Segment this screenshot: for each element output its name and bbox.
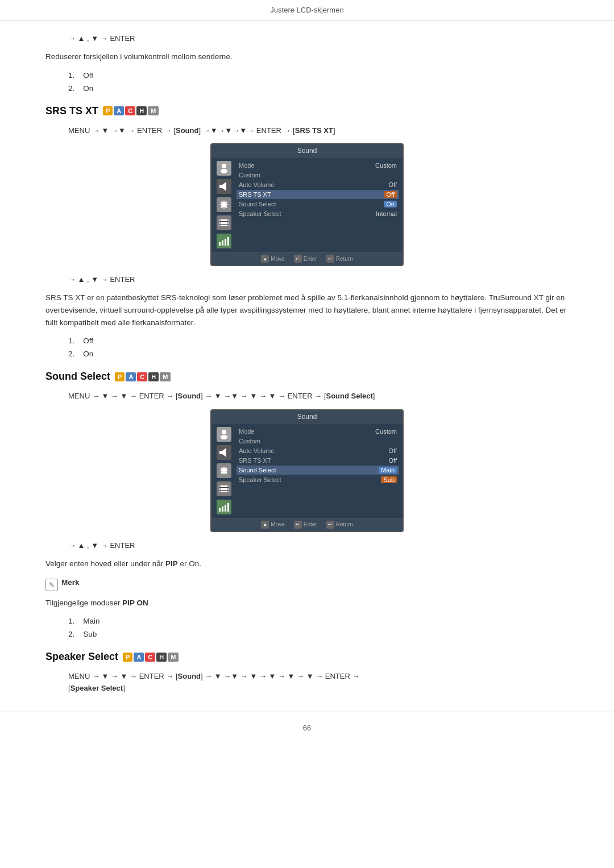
merk-box: ✎ Merk — [45, 578, 569, 591]
page-footer: 66 — [0, 712, 614, 738]
svg-rect-25 — [222, 506, 223, 512]
sound-select-tv-screen: Sound — [210, 409, 404, 532]
merk-note: Tilgjengelige moduser PIP ON — [45, 597, 569, 609]
speaker-select-heading: Speaker Select P A C H M — [45, 651, 569, 663]
merk-note-prefix: Tilgjengelige moduser — [45, 599, 122, 607]
merk-note-bold: PIP ON — [122, 599, 148, 607]
ss-option-1-number: 1. — [68, 617, 74, 625]
top-option-2-number: 2. — [68, 84, 74, 93]
svg-rect-11 — [222, 240, 223, 246]
move-btn-icon: ▲ — [261, 255, 269, 263]
srs-heading: SRS TS XT P A C H M — [45, 105, 569, 117]
srs-row-soundselect: Sound Select On — [237, 200, 399, 209]
svg-point-0 — [222, 164, 226, 168]
badge-h: H — [136, 106, 147, 115]
srs-row-speakerselect: Speaker Select Internal — [237, 209, 399, 218]
page-header: Justere LCD-skjermen — [0, 0, 614, 20]
ss-enter-btn-icon: ↵ — [294, 521, 302, 529]
ss-icons-col — [215, 427, 233, 514]
srs-value-srs: Off — [384, 191, 397, 198]
srs-value-mode: Custom — [375, 162, 397, 169]
ss-label-mode: Mode — [239, 428, 255, 435]
ss-badge-p: P — [115, 372, 125, 381]
header-title: Justere LCD-skjermen — [270, 6, 343, 14]
speaker-icon — [217, 179, 231, 194]
ss-value-autovolume: Off — [389, 447, 397, 454]
ss-row-custom: Custom — [237, 437, 399, 446]
ss-row-soundselect: Sound Select Main — [237, 466, 399, 475]
sound-select-badge-group: P A C H M — [115, 372, 171, 381]
content-area: → ▲ , ▼ → ENTER Reduserer forskjellen i … — [0, 34, 614, 695]
srs-value-speakerselect: Internal — [376, 210, 397, 217]
ss-value-mode: Custom — [375, 428, 397, 435]
ss-signal-icon — [217, 500, 231, 514]
speaker-select-menu-path: MENU → ▼ → ▼ → ENTER → [Sound] → ▼ →▼ → … — [68, 671, 569, 695]
srs-badge-group: P A C H M — [103, 106, 159, 115]
svg-rect-10 — [219, 242, 221, 246]
ss-pip-bold: PIP — [165, 559, 178, 568]
speaker-select-badge-group: P A C H M — [123, 653, 179, 662]
svg-rect-13 — [227, 237, 229, 246]
ss-row-speakerselect: Speaker Select Sub — [237, 475, 399, 484]
srs-screen-footer: ▲ Move ↵ Enter ↩ Return — [211, 252, 403, 265]
top-option-1-number: 1. — [68, 71, 74, 80]
svg-rect-24 — [219, 508, 221, 512]
srs-description: SRS TS XT er en patentbeskyttet SRS-tekn… — [45, 292, 569, 329]
enter-btn-label: Enter — [304, 256, 317, 262]
svg-rect-8 — [221, 219, 221, 226]
svg-rect-26 — [225, 505, 226, 512]
srs-screen-body: Mode Custom Custom Auto Volume Off SR — [211, 157, 403, 252]
srs-label-custom: Custom — [239, 172, 260, 178]
ss-option-1: 1. Main — [68, 617, 569, 625]
svg-point-1 — [221, 169, 227, 173]
srs-footer-move: ▲ Move — [261, 255, 284, 263]
srs-value-soundselect: On — [384, 201, 397, 207]
ss-badge-a: A — [126, 372, 136, 381]
sound-select-screen-body: Mode Custom Custom Auto Volume Off SR — [211, 423, 403, 518]
srs-screen-container: Sound — [210, 143, 404, 266]
ss-footer-return: ↩ Return — [326, 521, 353, 529]
ss-badge-m: M — [160, 372, 171, 381]
srs-row-custom: Custom — [237, 171, 399, 180]
srs-option-2-number: 2. — [68, 350, 74, 358]
merk-label: Merk — [61, 578, 80, 587]
srs-option-2: 2. On — [68, 350, 569, 358]
top-option-1-label: Off — [83, 71, 93, 80]
ss-move-btn-label: Move — [271, 521, 284, 528]
srs-row-mode: Mode Custom — [237, 161, 399, 170]
svg-rect-2 — [219, 185, 222, 188]
srs-arrow-line2: → ▲ , ▼ → ENTER — [68, 275, 569, 284]
srs-label-mode: Mode — [239, 162, 255, 169]
top-option-2-label: On — [83, 84, 93, 93]
ss-row-srs: SRS TS XT Off — [237, 456, 399, 465]
ss-description: Velger enten hoved eller under når PIP e… — [45, 558, 569, 570]
film-icon — [217, 215, 231, 230]
ss-gear-icon — [217, 463, 231, 478]
svg-marker-3 — [222, 182, 226, 191]
spk-badge-c: C — [145, 653, 155, 662]
ss-option-2-label: Sub — [83, 630, 97, 638]
sound-select-heading: Sound Select P A C H M — [45, 371, 569, 383]
ss-return-btn-icon: ↩ — [326, 521, 334, 529]
ss-return-btn-label: Return — [336, 521, 353, 528]
ss-option-2: 2. Sub — [68, 630, 569, 638]
ss-label-custom: Custom — [239, 438, 260, 445]
srs-option-1: 1. Off — [68, 337, 569, 345]
ss-value-srs: Off — [389, 457, 397, 464]
srs-footer-enter: ↵ Enter — [294, 255, 317, 263]
srs-tv-screen: Sound — [210, 143, 404, 266]
spk-badge-h: H — [156, 653, 167, 662]
svg-point-14 — [222, 430, 226, 434]
srs-heading-text: SRS TS XT — [45, 105, 98, 117]
spk-badge-m: M — [168, 653, 179, 662]
svg-rect-16 — [219, 451, 222, 454]
ss-label-srs: SRS TS XT — [239, 457, 271, 464]
svg-point-15 — [221, 435, 227, 439]
enter-btn-icon: ↵ — [294, 255, 302, 263]
svg-marker-17 — [222, 448, 226, 457]
srs-label-srs: SRS TS XT — [239, 191, 271, 198]
srs-screen-title: Sound — [297, 147, 317, 155]
person-icon — [217, 161, 231, 176]
spk-badge-a: A — [134, 653, 144, 662]
svg-rect-27 — [227, 503, 229, 512]
